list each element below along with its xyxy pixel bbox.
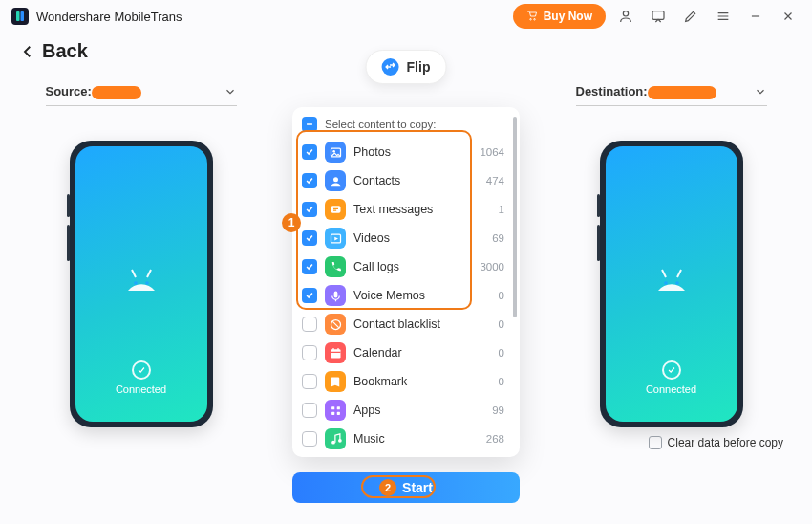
edit-icon[interactable] [678, 4, 703, 29]
item-checkbox[interactable] [302, 230, 317, 246]
svg-point-5 [145, 281, 149, 285]
music-icon [325, 428, 346, 449]
panel-header-text: Select content to copy: [325, 119, 436, 130]
panel-header[interactable]: Select content to copy: [300, 117, 516, 138]
content-item-text-messages[interactable]: Text messages1 [300, 195, 516, 224]
content-item-calendar[interactable]: Calendar0 [300, 338, 516, 367]
photo-icon [325, 142, 346, 163]
source-status-text: Connected [116, 383, 166, 395]
feedback-icon[interactable] [646, 4, 671, 29]
clear-data-label: Clear data before copy [668, 436, 783, 449]
android-icon [652, 263, 691, 292]
item-checkbox[interactable] [302, 374, 317, 389]
svg-point-8 [664, 281, 668, 285]
check-icon [132, 360, 151, 380]
minimize-icon[interactable] [743, 4, 768, 29]
svg-rect-23 [336, 411, 339, 414]
item-label: Text messages [353, 203, 491, 216]
svg-point-9 [675, 281, 679, 285]
content-item-voice-memos[interactable]: Voice Memos0 [300, 281, 516, 310]
start-label: Start [402, 480, 433, 495]
item-count: 69 [492, 232, 510, 244]
content-item-photos[interactable]: Photos1064 [300, 138, 516, 166]
svg-rect-1 [21, 11, 25, 21]
svg-point-25 [338, 438, 342, 442]
content-item-music[interactable]: Music268 [300, 425, 516, 453]
svg-rect-19 [331, 349, 340, 358]
source-device-redacted [92, 86, 141, 99]
destination-status: Connected [646, 360, 696, 395]
grid-icon [325, 400, 346, 421]
account-icon[interactable] [613, 4, 638, 29]
person-icon [325, 170, 346, 191]
source-column: Source: Connected [29, 82, 253, 427]
svg-point-4 [134, 281, 138, 285]
item-checkbox[interactable] [302, 431, 317, 447]
destination-phone: Connected [600, 141, 743, 427]
content-list: Photos1064Contacts474Text messages1Video… [300, 138, 516, 453]
svg-rect-20 [331, 406, 334, 409]
flip-button[interactable]: Flip [366, 50, 447, 84]
mic-icon [325, 285, 346, 306]
content-item-bookmark[interactable]: Bookmark0 [300, 367, 516, 396]
item-label: Call logs [353, 260, 472, 273]
chevron-left-icon [19, 43, 36, 60]
item-checkbox[interactable] [302, 403, 317, 418]
tutorial-step-2-badge: 2 [379, 479, 396, 496]
menu-icon[interactable] [711, 4, 736, 29]
svg-rect-0 [16, 11, 20, 21]
app-title: Wondershare MobileTrans [36, 10, 182, 24]
item-count: 0 [499, 318, 510, 330]
item-label: Bookmark [353, 375, 491, 388]
flip-icon [382, 58, 399, 76]
item-checkbox[interactable] [302, 345, 317, 360]
item-checkbox[interactable] [302, 317, 317, 332]
block-icon [325, 314, 346, 335]
close-icon[interactable] [776, 4, 801, 29]
content-item-apps[interactable]: Apps99 [300, 396, 516, 425]
buy-now-button[interactable]: Buy Now [513, 4, 606, 29]
tutorial-step-1-badge: 1 [282, 213, 301, 232]
cal-icon [325, 342, 346, 363]
source-selector[interactable]: Source: [46, 82, 237, 106]
item-count: 474 [486, 175, 510, 186]
item-count: 0 [499, 376, 510, 387]
svg-point-2 [623, 11, 628, 16]
title-bar: Wondershare MobileTrans Buy Now [0, 0, 812, 33]
svg-rect-22 [331, 411, 334, 414]
source-label: Source: [46, 84, 92, 98]
book-icon [325, 371, 346, 392]
item-label: Videos [353, 231, 484, 245]
checkbox-icon [649, 436, 662, 449]
content-item-videos[interactable]: Videos69 [300, 224, 516, 252]
check-icon [662, 360, 681, 380]
svg-point-14 [333, 177, 338, 182]
content-item-call-logs[interactable]: Call logs3000 [300, 252, 516, 281]
cart-icon [526, 11, 538, 22]
content-item-contacts[interactable]: Contacts474 [300, 166, 516, 195]
item-checkbox[interactable] [302, 259, 317, 274]
item-checkbox[interactable] [302, 202, 317, 217]
flip-label: Flip [407, 59, 431, 75]
destination-column: Destination: Connected [559, 82, 783, 427]
item-label: Voice Memos [353, 289, 491, 302]
start-button[interactable]: 2 Start [292, 472, 520, 503]
destination-device-redacted [648, 86, 716, 99]
item-checkbox[interactable] [302, 288, 317, 303]
clear-data-checkbox[interactable]: Clear data before copy [649, 436, 783, 449]
item-count: 268 [486, 433, 510, 445]
content-item-contact-blacklist[interactable]: Contact blacklist0 [300, 310, 516, 338]
chevron-down-icon [754, 85, 767, 98]
msg-icon [325, 199, 346, 220]
destination-selector[interactable]: Destination: [576, 82, 767, 106]
item-count: 1064 [480, 146, 510, 158]
select-all-checkbox[interactable] [302, 117, 317, 132]
item-count: 99 [492, 404, 510, 416]
item-checkbox[interactable] [302, 144, 317, 160]
item-count: 0 [499, 290, 510, 301]
svg-line-6 [132, 270, 136, 277]
destination-status-text: Connected [646, 383, 696, 395]
content-panel: Select content to copy: Photos1064Contac… [292, 107, 520, 457]
item-checkbox[interactable] [302, 173, 317, 188]
scroll-thumb[interactable] [513, 117, 517, 317]
